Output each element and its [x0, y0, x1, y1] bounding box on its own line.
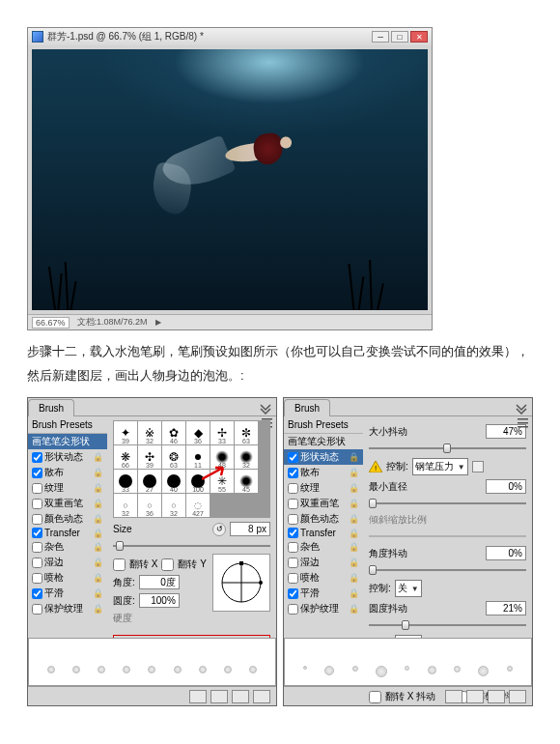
delete-button[interactable] [253, 690, 270, 703]
brush-panel-right: Brush Brush Presets 画笔笔尖形状 形状动态🔒 散布🔒 纹理🔒… [283, 397, 533, 706]
opt-brush-tip[interactable]: 画笔笔尖形状 [28, 434, 107, 449]
round-jitter-slider[interactable] [369, 619, 526, 631]
lock-icon: 🔒 [93, 542, 103, 552]
instruction-text: 步骤十二，载入水泡笔刷，笔刷预设如图所示（你也可以自己变换尝试不同的值的效果），… [27, 340, 533, 387]
opt-color-dynamics[interactable]: 颜色动态🔒 [28, 511, 107, 527]
opt-color-dynamics[interactable]: 颜色动态🔒 [284, 511, 363, 527]
new-preset-button[interactable] [232, 690, 249, 703]
opt-dual-brush[interactable]: 双重画笔🔒 [28, 496, 107, 511]
brush-panel-left: Brush Brush Presets 画笔笔尖形状 形状动态🔒 散布🔒 纹理🔒… [27, 397, 277, 706]
reset-size-button[interactable]: ↺ [212, 523, 226, 536]
lock-icon: 🔒 [93, 499, 103, 508]
svg-rect-10 [518, 426, 528, 428]
lock-icon: 🔒 [93, 604, 103, 614]
silhouette-branches-right [341, 257, 399, 310]
opt-protect-texture[interactable]: 保护纹理🔒 [284, 601, 363, 616]
opt-smoothing[interactable]: 平滑🔒 [28, 586, 107, 601]
size-input[interactable] [230, 522, 270, 536]
red-arrow-annotation [202, 464, 231, 483]
footer-button-2[interactable] [466, 690, 484, 703]
lock-icon: 🔒 [93, 514, 103, 524]
opt-shape-dynamics[interactable]: 形状动态🔒 [28, 449, 107, 465]
opt-brush-tip[interactable]: 画笔笔尖形状 [284, 434, 363, 449]
roundness-input[interactable] [139, 593, 180, 608]
opt-transfer[interactable]: Transfer🔒 [28, 527, 107, 539]
opt-texture[interactable]: 纹理🔒 [284, 480, 363, 496]
delete-button[interactable] [509, 690, 526, 703]
svg-rect-7 [239, 561, 243, 565]
opt-wet-edges[interactable]: 湿边🔒 [284, 555, 363, 570]
lock-icon: 🔒 [349, 514, 359, 524]
status-bar: 66.67% 文档:1.08M/76.2M ▶ [28, 314, 432, 329]
panel-collapse-icon[interactable] [259, 401, 272, 415]
lock-icon: 🔒 [349, 573, 359, 583]
zoom-level[interactable]: 66.67% [32, 317, 70, 329]
new-preset-button[interactable] [488, 690, 505, 703]
flip-x-jitter-checkbox[interactable] [369, 691, 381, 703]
opt-wet-edges[interactable]: 湿边🔒 [28, 555, 107, 570]
brush-tab[interactable]: Brush [284, 399, 330, 416]
doc-icon [32, 31, 43, 43]
lock-icon: 🔒 [349, 483, 359, 493]
lock-icon: 🔒 [349, 452, 359, 462]
lock-icon: 🔒 [349, 604, 359, 614]
opt-noise[interactable]: 杂色🔒 [284, 539, 363, 555]
opt-airbrush[interactable]: 喷枪🔒 [28, 570, 107, 586]
size-label: Size [113, 524, 131, 534]
lock-icon: 🔒 [93, 588, 103, 598]
opt-airbrush[interactable]: 喷枪🔒 [284, 570, 363, 586]
close-button[interactable]: ✕ [410, 31, 428, 43]
control-dropdown-2[interactable]: 关▼ [395, 580, 422, 597]
lock-icon: 🔒 [93, 452, 103, 462]
panel-menu-icon[interactable] [518, 417, 528, 428]
opt-scatter[interactable]: 散布🔒 [284, 465, 363, 480]
opt-dual-brush[interactable]: 双重画笔🔒 [284, 496, 363, 511]
lock-icon: 🔒 [93, 573, 103, 583]
round-jitter-input[interactable] [486, 601, 526, 615]
angle-jitter-slider[interactable] [369, 564, 526, 576]
brush-presets-button[interactable]: Brush Presets [284, 416, 363, 434]
min-diameter-slider[interactable] [369, 498, 526, 509]
footer-button-1[interactable] [189, 690, 207, 703]
angle-jitter-input[interactable] [486, 546, 526, 560]
flip-icon[interactable] [472, 461, 484, 472]
opt-protect-texture[interactable]: 保护纹理🔒 [28, 601, 107, 616]
maximize-button[interactable]: □ [391, 31, 408, 43]
flip-x-checkbox[interactable] [113, 558, 126, 571]
opt-shape-dynamics[interactable]: 形状动态🔒 [284, 449, 363, 465]
canvas[interactable] [28, 45, 432, 314]
silhouette-branches-left [42, 257, 99, 310]
flip-y-checkbox[interactable] [161, 558, 174, 571]
svg-point-6 [259, 581, 263, 585]
panel-collapse-icon[interactable] [515, 401, 528, 415]
angle-input[interactable] [139, 575, 180, 589]
size-slider[interactable] [113, 540, 270, 552]
opt-texture[interactable]: 纹理🔒 [28, 480, 107, 496]
svg-text:!: ! [375, 464, 377, 472]
lock-icon: 🔒 [93, 483, 103, 493]
size-jitter-slider[interactable] [369, 443, 526, 454]
document-window: 群芳-1.psd @ 66.7% (组 1, RGB/8) * ─ □ ✕ [27, 27, 433, 330]
angle-preview[interactable] [212, 554, 270, 612]
opt-transfer[interactable]: Transfer🔒 [284, 527, 363, 539]
warning-icon: ! [369, 461, 382, 472]
brush-presets-button[interactable]: Brush Presets [28, 416, 107, 434]
opt-noise[interactable]: 杂色🔒 [28, 539, 107, 555]
svg-rect-9 [518, 422, 528, 424]
control-dropdown-1[interactable]: 钢笔压力▼ [412, 458, 468, 475]
window-title: 群芳-1.psd @ 66.7% (组 1, RGB/8) * [47, 30, 204, 43]
svg-rect-8 [518, 418, 528, 420]
brush-preset-grid[interactable]: ✦39 ※32 ✿46 ◆36 ✢33 ✼63 ❋66 ✣39 ❂63 11 4… [113, 420, 270, 518]
mermaid-artwork [160, 129, 283, 203]
lock-icon: 🔒 [349, 588, 359, 598]
lock-icon: 🔒 [93, 558, 103, 567]
min-diameter-input[interactable] [486, 479, 526, 494]
brush-tab[interactable]: Brush [28, 399, 74, 416]
footer-button-1[interactable] [445, 690, 462, 703]
opt-scatter[interactable]: 散布🔒 [28, 465, 107, 480]
lock-icon: 🔒 [93, 468, 103, 477]
minimize-button[interactable]: ─ [372, 31, 389, 43]
footer-button-2[interactable] [210, 690, 228, 703]
opt-smoothing[interactable]: 平滑🔒 [284, 586, 363, 601]
brush-stroke-preview [284, 638, 532, 686]
